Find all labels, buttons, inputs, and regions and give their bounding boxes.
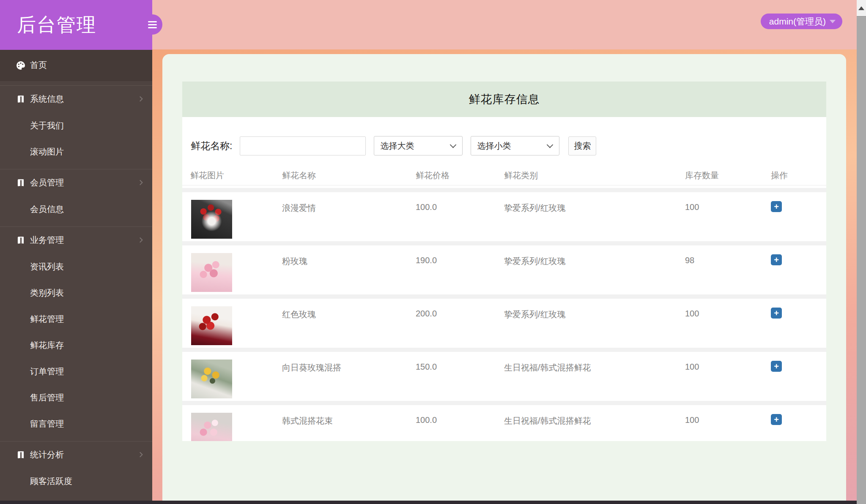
table-header: 鲜花图片 鲜花名称 鲜花价格 鲜花类别 库存数量 操作 [182, 164, 826, 185]
flower-image-red-rose [191, 306, 232, 345]
add-stock-button[interactable]: + [771, 254, 782, 265]
admin-user-menu[interactable]: admin(管理员) [761, 14, 842, 29]
col-header-name: 鲜花名称 [282, 170, 316, 181]
admin-user-label: admin(管理员) [769, 16, 826, 27]
add-stock-button[interactable]: + [771, 308, 782, 319]
table-row: 浪漫爱情 100.0 挚爱系列/红玫瑰 100 + [182, 188, 826, 241]
flower-price: 190.0 [416, 256, 437, 265]
sidebar-item-flower-management[interactable]: 鲜花管理 [0, 306, 152, 332]
sidebar-item-member-info[interactable]: 会员信息 [0, 196, 152, 222]
sidebar-item-label: 订单管理 [30, 366, 64, 377]
sidebar-group-member-management[interactable]: 会员管理 [0, 169, 152, 196]
sidebar-group-system-info[interactable]: 系统信息 [0, 85, 152, 112]
sidebar-item-news-list[interactable]: 资讯列表 [0, 253, 152, 280]
sidebar-item-label: 滚动图片 [30, 146, 64, 158]
sidebar-item-flower-inventory[interactable]: 鲜花库存 [0, 332, 152, 358]
col-header-image: 鲜花图片 [190, 170, 224, 181]
flower-price: 100.0 [416, 202, 437, 212]
sidebar-item-label: 鲜花管理 [30, 313, 64, 325]
scrollbar-up-arrow[interactable] [857, 0, 866, 16]
add-stock-button[interactable]: + [771, 361, 782, 372]
col-header-stock: 库存数量 [685, 170, 719, 181]
search-button[interactable]: 搜索 [568, 136, 596, 155]
app-title: 后台管理 [17, 12, 96, 38]
stock-quantity: 100 [685, 309, 699, 319]
minor-category-selected-value: 选择小类 [477, 140, 511, 152]
flower-name: 粉玫瑰 [282, 256, 307, 267]
flower-price: 100.0 [416, 415, 437, 425]
flower-category: 挚爱系列/红玫瑰 [504, 256, 566, 267]
sidebar-item-label: 统计分析 [30, 449, 64, 460]
col-header-price: 鲜花价格 [416, 170, 449, 181]
flower-name: 向日葵玫瑰混搭 [282, 362, 341, 373]
sidebar-item-message-management[interactable]: 留言管理 [0, 411, 152, 437]
flower-image-romantic-love [191, 200, 232, 239]
flower-name: 浪漫爱情 [282, 202, 316, 214]
sidebar-item-label: 顾客活跃度 [30, 476, 72, 487]
sidebar-item-label: 关于我们 [30, 120, 64, 131]
sidebar-item-label: 类别列表 [30, 287, 64, 299]
chevron-right-icon [137, 96, 143, 101]
table-row: 韩式混搭花束 100.0 生日祝福/韩式混搭鲜花 100 + [182, 401, 826, 441]
admin-app: 后台管理 首页 系统信息 关于我们 滚动图片 [0, 0, 866, 504]
flower-category: 生日祝福/韩式混搭鲜花 [504, 415, 591, 427]
chevron-right-icon [137, 237, 143, 242]
sidebar-item-label: 会员管理 [30, 177, 64, 188]
stock-quantity: 98 [685, 256, 694, 265]
scrollbar-thumb[interactable] [857, 16, 866, 504]
sidebar-item-aftersales-management[interactable]: 售后管理 [0, 384, 152, 411]
table-row: 红色玫瑰 200.0 挚爱系列/红玫瑰 100 + [182, 294, 826, 348]
stock-quantity: 100 [685, 362, 699, 372]
flower-category: 挚爱系列/红玫瑰 [504, 309, 566, 320]
dashboard-icon [16, 60, 26, 71]
flower-image-korean-mix-bouquet [191, 413, 232, 441]
page-title-banner: 鲜花库存信息 [182, 82, 826, 117]
sidebar-group-statistics[interactable]: 统计分析 [0, 441, 152, 468]
book-icon [16, 235, 26, 245]
content-panel: 鲜花库存信息 鲜花名称: 选择大类 选择小类 搜索 鲜花图片 鲜花名称 鲜花价格 [162, 54, 846, 504]
sidebar-item-order-management[interactable]: 订单管理 [0, 358, 152, 384]
chevron-right-icon [137, 452, 143, 457]
sidebar-item-about-us[interactable]: 关于我们 [0, 112, 152, 139]
bottom-edge-strip [0, 501, 866, 504]
sidebar-group-business-management[interactable]: 业务管理 [0, 226, 152, 253]
book-icon [16, 94, 26, 104]
flower-category: 挚爱系列/红玫瑰 [504, 202, 566, 214]
flower-name-label: 鲜花名称: [191, 139, 232, 153]
sidebar-item-carousel-images[interactable]: 滚动图片 [0, 139, 152, 165]
sidebar-item-category-list[interactable]: 类别列表 [0, 280, 152, 306]
chevron-right-icon [137, 180, 143, 185]
book-icon [16, 450, 26, 460]
flower-name: 红色玫瑰 [282, 309, 316, 320]
vertical-scrollbar[interactable] [857, 0, 866, 504]
major-category-select[interactable]: 选择大类 [374, 136, 463, 155]
minor-category-select[interactable]: 选择小类 [471, 136, 559, 155]
sidebar-item-label: 系统信息 [30, 93, 64, 105]
hamburger-menu-button[interactable] [142, 14, 162, 35]
sidebar: 后台管理 首页 系统信息 关于我们 滚动图片 [0, 0, 152, 504]
flower-price: 200.0 [416, 309, 437, 319]
sidebar-item-label: 鲜花库存 [30, 340, 64, 351]
stock-quantity: 100 [685, 202, 699, 212]
sidebar-menu: 首页 系统信息 关于我们 滚动图片 会员管理 [0, 50, 152, 494]
sidebar-item-label: 留言管理 [30, 418, 64, 430]
search-bar: 鲜花名称: 选择大类 选择小类 搜索 [182, 136, 826, 156]
flower-image-pink-rose [191, 253, 232, 292]
sidebar-item-label: 首页 [30, 60, 47, 71]
brand-header: 后台管理 [0, 0, 152, 50]
table-row: 粉玫瑰 190.0 挚爱系列/红玫瑰 98 + [182, 241, 826, 294]
add-stock-button[interactable]: + [771, 414, 782, 425]
table-body: 浪漫爱情 100.0 挚爱系列/红玫瑰 100 + 粉玫瑰 190.0 挚爱系列… [182, 188, 826, 441]
flower-name-input[interactable] [240, 136, 366, 155]
sidebar-item-home[interactable]: 首页 [0, 50, 152, 81]
inventory-card: 鲜花名称: 选择大类 选择小类 搜索 鲜花图片 鲜花名称 鲜花价格 鲜花类别 库… [182, 117, 826, 441]
table-row: 向日葵玫瑰混搭 150.0 生日祝福/韩式混搭鲜花 100 + [182, 348, 826, 401]
flower-name: 韩式混搭花束 [282, 415, 333, 427]
add-stock-button[interactable]: + [771, 201, 782, 212]
sidebar-item-customer-activity[interactable]: 顾客活跃度 [0, 468, 152, 494]
stock-quantity: 100 [685, 415, 699, 425]
flower-price: 150.0 [416, 362, 437, 372]
triangle-up-icon [858, 6, 864, 10]
sidebar-item-label: 售后管理 [30, 392, 64, 403]
sidebar-item-label: 会员信息 [30, 204, 64, 215]
